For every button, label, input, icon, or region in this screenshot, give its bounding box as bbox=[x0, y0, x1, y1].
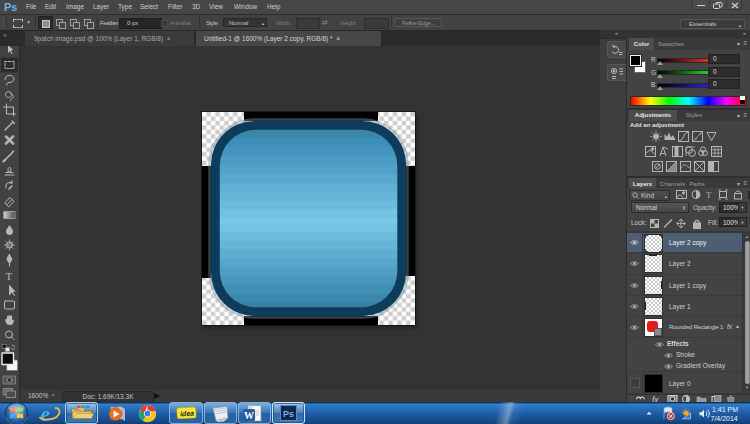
svg-text:Ps: Ps bbox=[283, 409, 294, 419]
svg-text:T: T bbox=[706, 190, 712, 200]
svg-text:e: e bbox=[41, 402, 50, 424]
svg-text:W: W bbox=[244, 410, 254, 421]
svg-text:T: T bbox=[6, 270, 13, 282]
svg-text:idea: idea bbox=[180, 410, 194, 418]
svg-text:1:41 PM: 1:41 PM bbox=[712, 406, 738, 413]
svg-text:7/4/2014: 7/4/2014 bbox=[711, 415, 738, 422]
